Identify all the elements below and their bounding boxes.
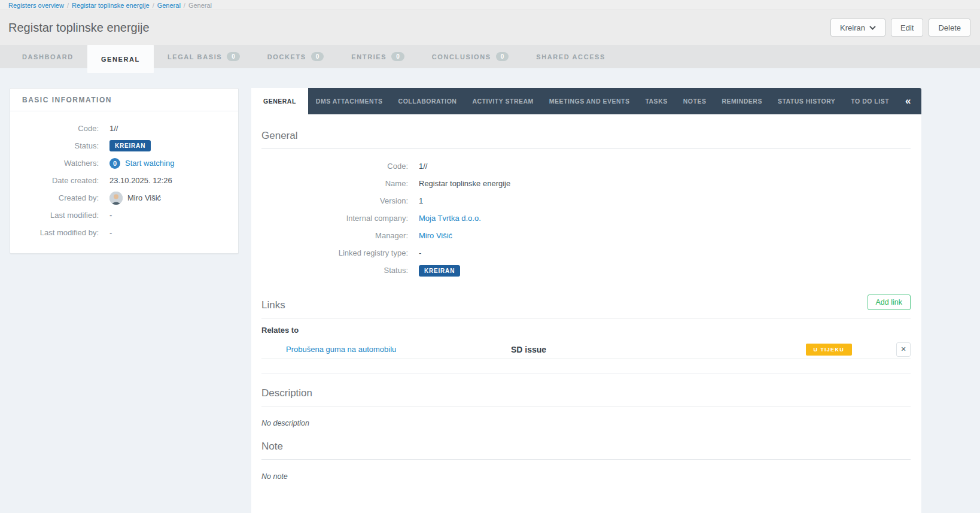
general-field-internal-company: Internal company: Moja Tvrtka d.o.o. — [261, 210, 911, 227]
general-field-name: Name: Registar toplinske energije — [261, 175, 911, 192]
chevron-down-icon — [869, 26, 876, 30]
detail-tab-dms-attachments[interactable]: DMS ATTACHMENTS — [308, 88, 391, 114]
tab-dockets[interactable]: DOCKETS0 — [254, 45, 338, 68]
breadcrumb-link-registers-overview[interactable]: Registers overview — [8, 2, 64, 9]
detail-tab-tasks[interactable]: TASKS — [637, 88, 675, 114]
linked-item-type: SD issue — [511, 345, 806, 354]
status-badge: KREIRAN — [109, 140, 151, 151]
content-area: BASIC INFORMATION Code: 1// Status: KREI… — [0, 68, 980, 513]
internal-company-link[interactable]: Moja Tvrtka d.o.o. — [419, 214, 481, 223]
field-created-by: Created by: Miro Višić — [20, 189, 226, 207]
note-empty-text: No note — [261, 460, 911, 488]
detail-tab-general[interactable]: GENERAL — [251, 88, 308, 114]
close-icon: ✕ — [900, 345, 906, 353]
basic-information-panel: BASIC INFORMATION Code: 1// Status: KREI… — [10, 88, 239, 254]
status-badge: KREIRAN — [419, 265, 460, 277]
description-empty-text: No description — [261, 406, 911, 435]
general-field-linked-registry-type: Linked registry type: - — [261, 244, 911, 262]
edit-button[interactable]: Edit — [891, 19, 923, 37]
detail-tab-status-history[interactable]: STATUS HISTORY — [770, 88, 843, 114]
page: Registers overview / Registar toplinske … — [0, 0, 980, 513]
status-dropdown-button[interactable]: Kreiran — [830, 19, 885, 37]
linked-item-status-badge: U TIJEKU — [806, 344, 852, 356]
register-detail-panel: GENERAL DMS ATTACHMENTS COLLABORATION AC… — [251, 88, 921, 513]
main-tab-bar: DASHBOARD GENERAL LEGAL BASIS0 DOCKETS0 … — [0, 45, 980, 68]
tab-count-badge: 0 — [496, 52, 509, 61]
title-row: Registar toplinske energije Kreiran Edit… — [0, 10, 980, 45]
basic-information-title: BASIC INFORMATION — [10, 89, 238, 111]
detail-tab-collaboration[interactable]: COLLABORATION — [391, 88, 465, 114]
breadcrumb-separator: / — [153, 2, 154, 9]
start-watching-link[interactable]: Start watching — [125, 159, 174, 168]
breadcrumb-current: General — [188, 2, 212, 9]
field-last-modified: Last modified: - — [20, 207, 226, 224]
watchers-count-badge[interactable]: 0 — [109, 158, 120, 169]
general-section-title: General — [261, 124, 911, 149]
delete-button[interactable]: Delete — [929, 19, 970, 37]
breadcrumb-separator: / — [67, 2, 69, 9]
detail-tab-activity-stream[interactable]: ACTIVITY STREAM — [464, 88, 541, 114]
links-section-title: Links — [261, 299, 285, 311]
remove-link-button[interactable]: ✕ — [896, 342, 911, 357]
status-dropdown-label: Kreiran — [840, 23, 865, 32]
field-code: Code: 1// — [20, 120, 226, 137]
tab-conclusions[interactable]: CONCLUSIONS0 — [418, 45, 522, 68]
links-section-header: Links Add link — [261, 285, 911, 318]
general-field-status: Status: KREIRAN — [261, 262, 911, 279]
tab-general[interactable]: GENERAL — [87, 45, 154, 73]
description-section-title: Description — [261, 381, 911, 406]
manager-link[interactable]: Miro Višić — [419, 231, 452, 240]
detail-tab-to-do-list[interactable]: TO DO LIST — [843, 88, 897, 114]
tab-dashboard[interactable]: DASHBOARD — [8, 45, 87, 68]
tab-legal-basis[interactable]: LEGAL BASIS0 — [154, 45, 254, 68]
detail-tab-notes[interactable]: NOTES — [675, 88, 714, 114]
detail-tab-bar: GENERAL DMS ATTACHMENTS COLLABORATION AC… — [251, 88, 921, 114]
collapse-tabs-icon[interactable]: « — [897, 88, 919, 114]
tab-count-badge: 0 — [227, 52, 240, 61]
field-last-modified-by: Last modified by: - — [20, 224, 226, 241]
note-section-title: Note — [261, 435, 911, 460]
breadcrumb-separator: / — [184, 2, 185, 9]
breadcrumb: Registers overview / Registar toplinske … — [0, 0, 980, 10]
breadcrumb-link-general[interactable]: General — [157, 2, 181, 9]
page-title: Registar toplinske energije — [8, 21, 150, 35]
add-link-button[interactable]: Add link — [868, 295, 911, 310]
field-watchers: Watchers: 0 Start watching — [20, 154, 226, 172]
user-avatar — [109, 192, 123, 205]
tab-entries[interactable]: ENTRIES0 — [337, 45, 418, 68]
header-actions: Kreiran Edit Delete — [830, 19, 970, 37]
tab-count-badge: 0 — [391, 52, 404, 61]
field-status: Status: KREIRAN — [20, 137, 226, 154]
section-divider — [261, 374, 911, 374]
link-row: Probušena guma na automobilu SD issue U … — [261, 340, 911, 359]
field-date-created: Date created: 23.10.2025. 12:26 — [20, 172, 226, 189]
linked-item-link[interactable]: Probušena guma na automobilu — [286, 345, 396, 354]
general-field-version: Version: 1 — [261, 192, 911, 210]
top-header: Registers overview / Registar toplinske … — [0, 0, 980, 68]
detail-tab-meetings-and-events[interactable]: MEETINGS AND EVENTS — [541, 88, 638, 114]
breadcrumb-link-register[interactable]: Registar toplinske energije — [72, 2, 150, 9]
detail-tab-reminders[interactable]: REMINDERS — [714, 88, 770, 114]
general-field-code: Code: 1// — [261, 157, 911, 175]
tab-shared-access[interactable]: SHARED ACCESS — [522, 45, 619, 68]
tab-count-badge: 0 — [311, 52, 324, 61]
general-field-manager: Manager: Miro Višić — [261, 227, 911, 244]
link-group-label: Relates to — [261, 318, 911, 340]
